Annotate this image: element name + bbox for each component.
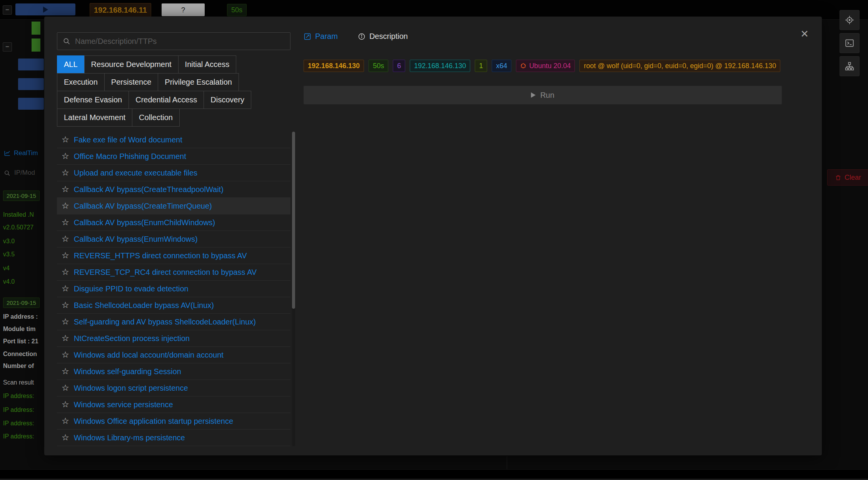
star-icon[interactable]: ☆ (62, 384, 69, 392)
star-icon[interactable]: ☆ (62, 351, 69, 359)
module-link[interactable]: Self-guarding and AV bypass ShellcodeLoa… (74, 318, 256, 326)
module-list-item[interactable]: ☆Self-guarding and AV bypass ShellcodeLo… (57, 314, 290, 330)
module-link[interactable]: Upload and execute executable files (74, 169, 197, 177)
info-icon (358, 33, 366, 40)
desktop: − 192.168.146.11 ? 50s (0, 0, 868, 480)
module-link[interactable]: Callback AV bypass(EnumWindows) (74, 235, 198, 244)
module-list-item[interactable]: ☆REVERSE_HTTPS direct connection to bypa… (57, 248, 290, 264)
star-icon[interactable]: ☆ (62, 301, 69, 309)
module-link[interactable]: Windows self-guarding Session (74, 367, 181, 376)
filter-row: Lateral Movement Collection (57, 109, 303, 127)
filter-tag-privilege-escalation[interactable]: Privilege Escalation (158, 73, 239, 91)
run-play-icon (531, 92, 536, 98)
os-tag: Ubuntu 20.04 (516, 60, 575, 72)
detail-tabs: Param Description (304, 32, 408, 41)
filter-tag-execution[interactable]: Execution (57, 73, 105, 91)
module-list-item[interactable]: ☆Windows self-guarding Session (57, 363, 290, 380)
form-edit-icon (304, 33, 311, 40)
module-link[interactable]: Windows service persistence (74, 400, 173, 409)
module-list-item[interactable]: ☆Disguise PPID to evade detection (57, 281, 290, 297)
ubuntu-icon (520, 63, 526, 69)
star-icon[interactable]: ☆ (62, 185, 69, 194)
module-link[interactable]: Windows Library-ms persistence (74, 433, 185, 442)
module-link[interactable]: Callback AV bypass(CreateTimerQueue) (74, 202, 212, 211)
filter-tag-initial-access[interactable]: Initial Access (178, 55, 237, 74)
search-icon (63, 37, 70, 45)
star-icon[interactable]: ☆ (62, 135, 69, 144)
module-list-item[interactable]: ☆Windows logon script persistence (57, 380, 290, 396)
star-icon[interactable]: ☆ (62, 334, 69, 343)
module-list-item[interactable]: ☆NtCreateSection process injection (57, 330, 290, 347)
star-icon[interactable]: ☆ (62, 235, 69, 243)
module-link[interactable]: NtCreateSection process injection (74, 334, 190, 343)
os-tag-label: Ubuntu 20.04 (529, 62, 571, 69)
filter-tags: ALL Resource Development Initial Access … (57, 55, 303, 127)
filter-tag-collection[interactable]: Collection (132, 109, 180, 127)
module-link[interactable]: REVERSE_TCP_RC4 direct connection to byp… (74, 268, 257, 277)
arch-tag: x64 (492, 60, 511, 72)
star-icon[interactable]: ☆ (62, 284, 69, 293)
session-tag-row: 192.168.146.130 50s 6 192.168.146.130 1 … (304, 60, 780, 72)
filter-tag-discovery[interactable]: Discovery (204, 91, 251, 109)
star-icon[interactable]: ☆ (62, 251, 69, 260)
session-count-tag: 1 (475, 60, 487, 72)
module-link[interactable]: Disguise PPID to evade detection (74, 284, 189, 293)
module-link[interactable]: Windows logon script persistence (74, 384, 188, 393)
star-icon[interactable]: ☆ (62, 318, 69, 326)
filter-tag-all[interactable]: ALL (57, 55, 85, 74)
module-link[interactable]: Office Macro Phishing Document (74, 152, 186, 161)
module-link[interactable]: Windows Office application startup persi… (74, 417, 233, 426)
star-icon[interactable]: ☆ (62, 367, 69, 376)
module-list-item[interactable]: ☆Windows Library-ms persistence (57, 430, 290, 446)
module-search-input[interactable] (74, 37, 285, 46)
module-list-item[interactable]: ☆Callback AV bypass(EnumWindows) (57, 231, 290, 248)
list-scrollbar[interactable] (292, 132, 295, 446)
filter-tag-defense-evasion[interactable]: Defense Evasion (57, 91, 129, 109)
module-list: ☆Fake exe file of Word document ☆Office … (57, 132, 290, 446)
user-info-tag: root @ wolf (uid=0, gid=0, euid=0, egid=… (579, 60, 780, 72)
filter-tag-lateral-movement[interactable]: Lateral Movement (57, 109, 132, 127)
session-id-tag: 6 (393, 60, 405, 72)
module-link[interactable]: Windows add local account/domain account (74, 351, 224, 360)
filter-tag-resource-development[interactable]: Resource Development (84, 55, 179, 74)
module-list-item[interactable]: ☆Windows add local account/domain accoun… (57, 347, 290, 363)
filter-row: Defense Evasion Credential Access Discov… (57, 91, 303, 109)
module-list-item-selected[interactable]: ☆Callback AV bypass(CreateTimerQueue) (57, 198, 290, 214)
filter-row: Execution Persistence Privilege Escalati… (57, 73, 303, 91)
module-link[interactable]: Callback AV bypass(EnumChildWindows) (74, 218, 215, 227)
module-search[interactable] (57, 32, 290, 50)
module-list-item[interactable]: ☆Callback AV bypass(EnumChildWindows) (57, 214, 290, 231)
module-dialog: ✕ ALL Resource Development Initial Acces… (44, 17, 822, 455)
filter-row: ALL Resource Development Initial Access (57, 55, 303, 74)
tab-description[interactable]: Description (358, 32, 408, 41)
module-link[interactable]: Fake exe file of Word document (74, 135, 182, 144)
scrollbar-thumb[interactable] (292, 132, 295, 309)
module-link[interactable]: Basic ShellcodeLoader bypass AV(Linux) (74, 301, 214, 310)
star-icon[interactable]: ☆ (62, 218, 69, 227)
tab-param-label: Param (315, 32, 338, 41)
close-icon[interactable]: ✕ (800, 29, 809, 39)
run-label: Run (540, 91, 554, 100)
star-icon[interactable]: ☆ (62, 202, 69, 210)
module-list-item[interactable]: ☆Windows Office application startup pers… (57, 413, 290, 430)
module-link[interactable]: Callback AV bypass(CreateThreadpoolWait) (74, 185, 224, 194)
filter-tag-persistence[interactable]: Persistence (104, 73, 159, 91)
run-button[interactable]: Run (304, 86, 782, 104)
session-ip-tag: 192.168.146.130 (304, 60, 364, 72)
filter-tag-credential-access[interactable]: Credential Access (129, 91, 204, 109)
module-list-item[interactable]: ☆REVERSE_TCP_RC4 direct connection to by… (57, 264, 290, 281)
star-icon[interactable]: ☆ (62, 417, 69, 425)
star-icon[interactable]: ☆ (62, 268, 69, 276)
star-icon[interactable]: ☆ (62, 169, 69, 177)
star-icon[interactable]: ☆ (62, 400, 69, 409)
star-icon[interactable]: ☆ (62, 433, 69, 442)
star-icon[interactable]: ☆ (62, 152, 69, 161)
module-list-item[interactable]: ☆Upload and execute executable files (57, 165, 290, 181)
tab-param[interactable]: Param (304, 32, 338, 41)
module-list-item[interactable]: ☆Fake exe file of Word document (57, 132, 290, 148)
module-list-item[interactable]: ☆Office Macro Phishing Document (57, 148, 290, 165)
module-list-item[interactable]: ☆Windows service persistence (57, 396, 290, 413)
module-list-item[interactable]: ☆Callback AV bypass(CreateThreadpoolWait… (57, 181, 290, 198)
module-link[interactable]: REVERSE_HTTPS direct connection to bypas… (74, 251, 247, 260)
module-list-item[interactable]: ☆Basic ShellcodeLoader bypass AV(Linux) (57, 297, 290, 314)
